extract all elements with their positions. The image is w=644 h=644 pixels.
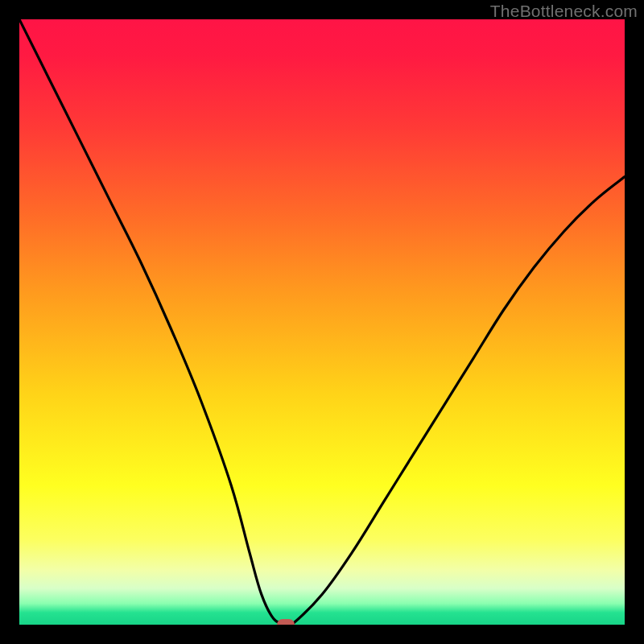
bottleneck-curve: [19, 19, 625, 625]
optimal-point-marker: [277, 619, 295, 625]
plot-area: [19, 19, 625, 625]
chart-frame: TheBottleneck.com: [0, 0, 644, 644]
watermark-text: TheBottleneck.com: [490, 2, 638, 21]
